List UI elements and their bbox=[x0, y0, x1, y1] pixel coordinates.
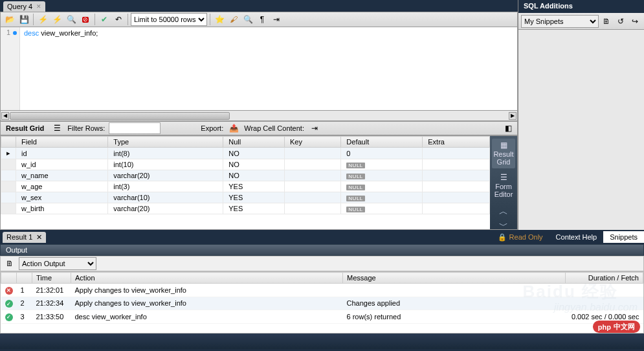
cell[interactable] bbox=[423, 170, 490, 181]
explain-button[interactable]: 🔍 bbox=[65, 13, 78, 26]
query-tab[interactable]: Query 4 ✕ bbox=[3, 1, 45, 12]
rollback-button[interactable]: ↶ bbox=[112, 13, 125, 26]
close-icon[interactable]: ✕ bbox=[36, 233, 42, 242]
snippet-insert-button[interactable]: ↪ bbox=[628, 15, 641, 28]
row-selector[interactable] bbox=[1, 159, 16, 170]
table-row[interactable]: w_sexvarchar(10)YESNULL bbox=[1, 192, 490, 203]
row-selector[interactable] bbox=[1, 181, 16, 192]
row-selector[interactable] bbox=[1, 203, 16, 214]
cell[interactable]: w_age bbox=[16, 181, 108, 192]
editor-scrollbar[interactable]: ◀ ▶ bbox=[0, 110, 518, 121]
column-header[interactable]: Key bbox=[284, 137, 340, 148]
result-grid[interactable]: FieldTypeNullKeyDefaultExtra ▸idint(8)NO… bbox=[1, 136, 490, 229]
result-grid-button[interactable]: ▦ Result Grid bbox=[492, 139, 515, 168]
row-limit-select[interactable]: Limit to 50000 rows bbox=[131, 13, 207, 26]
close-icon[interactable]: ✕ bbox=[36, 3, 41, 10]
toggle-invisible-button[interactable]: ¶ bbox=[256, 13, 269, 26]
output-mode-select[interactable]: Action Output bbox=[19, 257, 96, 270]
cell[interactable]: NULL bbox=[341, 203, 423, 214]
snippets-select[interactable]: My Snippets bbox=[521, 15, 599, 28]
snippets-tab[interactable]: Snippets bbox=[603, 231, 644, 243]
cell[interactable]: YES bbox=[223, 192, 285, 203]
stop-button[interactable]: ⊘ bbox=[79, 13, 92, 26]
column-header[interactable]: Type bbox=[108, 137, 223, 148]
cell[interactable]: int(8) bbox=[108, 148, 223, 159]
output-row[interactable]: ✓321:33:50desc view_worker_info6 row(s) … bbox=[1, 310, 643, 324]
cell[interactable]: int(10) bbox=[108, 159, 223, 170]
export-button[interactable]: 📤 bbox=[227, 122, 240, 135]
execute-current-button[interactable]: ⚡ bbox=[50, 13, 63, 26]
commit-button[interactable]: ✔ bbox=[98, 13, 111, 26]
column-header[interactable] bbox=[1, 273, 17, 284]
cell[interactable] bbox=[284, 192, 340, 203]
table-row[interactable]: w_birthvarchar(20)YESNULL bbox=[1, 203, 490, 214]
context-help-tab[interactable]: Context Help bbox=[550, 231, 604, 243]
cell[interactable]: YES bbox=[223, 203, 285, 214]
cell[interactable]: NO bbox=[223, 159, 285, 170]
cell[interactable] bbox=[284, 148, 340, 159]
cell[interactable] bbox=[284, 181, 340, 192]
cell[interactable] bbox=[284, 170, 340, 181]
column-header[interactable]: Null bbox=[223, 137, 285, 148]
panel-toggle-button[interactable]: ◧ bbox=[502, 122, 515, 135]
column-header[interactable]: Action bbox=[71, 273, 343, 284]
editor-code[interactable]: desc view_worker_info; bbox=[20, 27, 517, 110]
filter-input[interactable] bbox=[109, 122, 161, 134]
output-clear-button[interactable]: 🗎 bbox=[3, 257, 16, 270]
cell[interactable] bbox=[423, 203, 490, 214]
beautify-button[interactable]: 🖌 bbox=[227, 13, 240, 26]
table-row[interactable]: ▸idint(8)NO0 bbox=[1, 148, 490, 159]
cell[interactable] bbox=[284, 203, 340, 214]
column-header[interactable]: Time bbox=[32, 273, 71, 284]
sql-editor[interactable]: 1 desc view_worker_info; bbox=[0, 27, 518, 110]
wrap-cell-button[interactable]: ⇥ bbox=[308, 122, 321, 135]
form-editor-button[interactable]: ☰ Form Editor bbox=[492, 171, 515, 201]
cell[interactable] bbox=[284, 159, 340, 170]
find-button[interactable]: 🔍 bbox=[241, 13, 254, 26]
row-selector[interactable] bbox=[1, 192, 16, 203]
column-header[interactable]: Default bbox=[341, 137, 423, 148]
cell[interactable]: w_birth bbox=[16, 203, 108, 214]
open-file-button[interactable]: 📂 bbox=[3, 13, 16, 26]
row-selector[interactable]: ▸ bbox=[1, 148, 16, 159]
scroll-right-icon[interactable]: ▶ bbox=[509, 112, 516, 120]
cell[interactable] bbox=[423, 148, 490, 159]
cell[interactable]: NULL bbox=[341, 192, 423, 203]
cell[interactable]: varchar(20) bbox=[108, 203, 223, 214]
scroll-thumb[interactable] bbox=[10, 112, 230, 120]
cell[interactable]: NULL bbox=[341, 159, 423, 170]
cell[interactable]: YES bbox=[223, 181, 285, 192]
column-header[interactable] bbox=[17, 273, 32, 284]
cell[interactable] bbox=[423, 192, 490, 203]
result-tab[interactable]: Result 1✕ bbox=[3, 232, 46, 243]
toggle-wrap-button[interactable]: ⇥ bbox=[270, 13, 283, 26]
cell[interactable]: varchar(20) bbox=[108, 170, 223, 181]
cell[interactable]: varchar(10) bbox=[108, 192, 223, 203]
cell[interactable]: int(3) bbox=[108, 181, 223, 192]
cell[interactable]: w_id bbox=[16, 159, 108, 170]
grid-options-button[interactable]: ☰ bbox=[50, 122, 63, 135]
favorite-button[interactable]: ⭐ bbox=[213, 13, 226, 26]
snippet-add-button[interactable]: 🗎 bbox=[600, 15, 613, 28]
cell[interactable]: 0 bbox=[341, 148, 423, 159]
table-row[interactable]: w_idint(10)NONULL bbox=[1, 159, 490, 170]
cell[interactable] bbox=[423, 181, 490, 192]
table-row[interactable]: w_namevarchar(20)NONULL bbox=[1, 170, 490, 181]
cell[interactable]: NO bbox=[223, 170, 285, 181]
cell[interactable]: NULL bbox=[341, 170, 423, 181]
cell[interactable]: id bbox=[16, 148, 108, 159]
cell[interactable] bbox=[423, 159, 490, 170]
scroll-left-icon[interactable]: ◀ bbox=[1, 112, 9, 120]
snippet-restore-button[interactable]: ↺ bbox=[614, 15, 627, 28]
cell[interactable]: w_sex bbox=[16, 192, 108, 203]
cell[interactable]: w_name bbox=[16, 170, 108, 181]
save-button[interactable]: 💾 bbox=[17, 13, 30, 26]
side-scroll-down[interactable]: ﹀ bbox=[499, 223, 508, 229]
execute-button[interactable]: ⚡ bbox=[36, 13, 49, 26]
table-row[interactable]: w_ageint(3)YESNULL bbox=[1, 181, 490, 192]
row-selector[interactable] bbox=[1, 170, 16, 181]
cell[interactable]: NO bbox=[223, 148, 285, 159]
side-scroll-up[interactable]: ︿ bbox=[499, 209, 508, 215]
cell[interactable]: NULL bbox=[341, 181, 423, 192]
column-header[interactable]: Extra bbox=[423, 137, 490, 148]
